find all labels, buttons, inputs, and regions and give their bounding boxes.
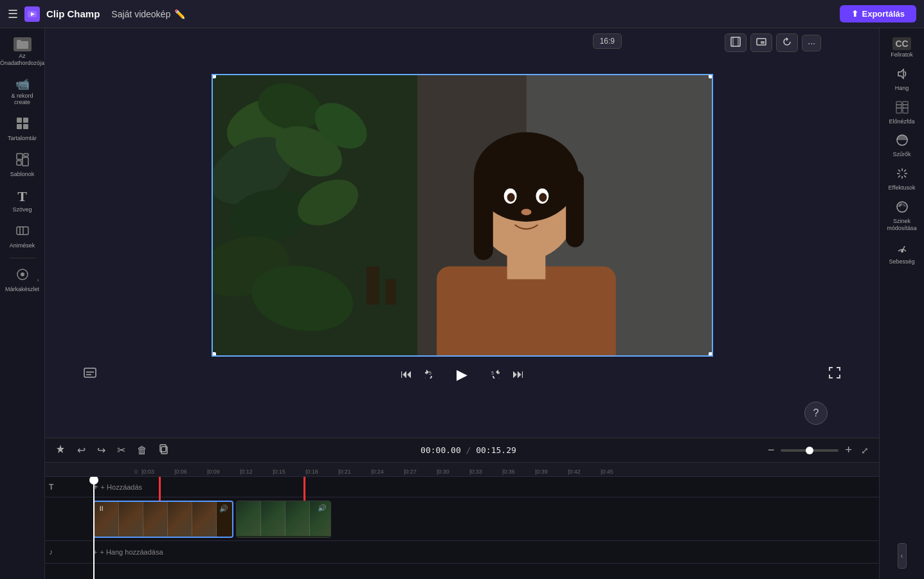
pip-button[interactable] xyxy=(750,33,772,52)
rewind5-button[interactable]: 5 xyxy=(425,367,438,382)
record-label: & rekordcreate xyxy=(11,93,33,107)
playhead[interactable] xyxy=(93,477,95,579)
ruler-mark: |0:36 xyxy=(502,468,535,475)
svg-marker-53 xyxy=(496,370,498,375)
media-label: Az Önadathordozója xyxy=(0,53,44,67)
aspect-ratio-button[interactable]: 16:9 xyxy=(593,33,622,49)
copy-btn[interactable] xyxy=(156,443,172,458)
clip2-vol-icon: 🔊 xyxy=(318,504,327,512)
svg-point-14 xyxy=(21,272,24,276)
text-track-T: T xyxy=(49,483,53,492)
speed-icon xyxy=(896,241,909,257)
thumb-1b xyxy=(119,502,143,537)
cut-btn[interactable]: ✂ xyxy=(114,443,128,458)
forward5-button[interactable]: 5 xyxy=(487,367,500,382)
zoom-slider[interactable] xyxy=(781,449,838,452)
corner-handle-tr[interactable] xyxy=(709,74,713,78)
crop-button[interactable] xyxy=(725,33,747,52)
export-button[interactable]: ⬆ Exportálás xyxy=(840,5,916,22)
video-track-content[interactable]: ⏸ 🔊 🔊 xyxy=(93,499,879,539)
svg-point-47 xyxy=(521,209,531,215)
skip-forward-button[interactable]: ⏭ xyxy=(512,368,524,381)
text-icon: T xyxy=(17,188,27,205)
ruler-mark: |0:30 xyxy=(437,468,469,475)
sidebar-item-templates[interactable]: Sablonok xyxy=(3,148,42,182)
right-item-effects[interactable]: Effektusok xyxy=(882,163,923,195)
svg-point-74 xyxy=(897,202,907,212)
zoom-in-btn[interactable]: + xyxy=(842,442,855,458)
effects-icon xyxy=(896,167,909,183)
ruler-mark: |0:42 xyxy=(568,468,601,475)
transitions-label: Előnézfda xyxy=(889,118,914,125)
thumb-2a xyxy=(237,501,261,536)
filters-icon xyxy=(896,134,909,150)
playback-bar: ⏮ 5 ▶ 5 ⏭ xyxy=(58,357,866,393)
text-track-content[interactable]: + + Hozzáadás xyxy=(93,477,879,497)
right-item-captions[interactable]: CC Feliratok xyxy=(882,33,923,62)
hamburger-icon[interactable]: ☰ xyxy=(8,7,18,21)
text-track-label: T xyxy=(45,483,93,492)
svg-point-46 xyxy=(539,193,547,202)
redo-btn[interactable]: ↪ xyxy=(95,443,108,458)
svg-marker-58 xyxy=(898,69,903,78)
topbar-left: ☰ Clip Champ Saját videokép ✏️ xyxy=(8,6,840,22)
corner-handle-bl[interactable] xyxy=(212,352,216,357)
left-sidebar: Az Önadathordozója 📹 & rekordcreate Tart… xyxy=(0,28,45,579)
undo-btn[interactable]: ↩ xyxy=(75,443,88,458)
svg-rect-10 xyxy=(17,227,28,235)
video-preview-container: ··· 16:9 xyxy=(45,28,879,438)
audio-label: Hang xyxy=(895,85,909,92)
right-item-transitions[interactable]: Előnézfda xyxy=(882,97,923,129)
svg-text:5: 5 xyxy=(491,371,494,375)
right-item-color[interactable]: Szinek módosítása xyxy=(882,197,923,236)
record-icon: 📹 xyxy=(15,77,30,91)
zoom-controls: − + ⤢ xyxy=(765,442,871,458)
collapse-handle[interactable]: ‹ xyxy=(898,538,907,574)
video-clip-2[interactable]: 🔊 xyxy=(236,501,331,538)
ruler-mark: |0:18 xyxy=(305,468,338,475)
svg-text:5: 5 xyxy=(429,371,431,375)
upload-icon: ⬆ xyxy=(851,9,858,19)
video-clip-1[interactable]: ⏸ 🔊 xyxy=(93,501,233,538)
corner-handle-br[interactable] xyxy=(709,352,713,357)
sidebar-divider xyxy=(10,258,35,258)
play-button[interactable]: ▶ xyxy=(451,363,474,386)
more-button[interactable]: ··· xyxy=(802,35,821,51)
svg-rect-33 xyxy=(385,279,395,305)
skip-back-button[interactable]: ⏮ xyxy=(401,368,412,381)
svg-rect-6 xyxy=(17,154,23,159)
subtitle-toggle-button[interactable] xyxy=(84,368,96,381)
ruler-mark: |0:15 xyxy=(273,468,305,475)
video-top-right-tools: ··· xyxy=(725,33,821,52)
zoom-out-btn[interactable]: − xyxy=(765,442,777,458)
sidebar-item-media[interactable]: Az Önadathordozója xyxy=(3,33,42,71)
right-item-speed[interactable]: Sebesség xyxy=(882,237,923,269)
right-item-filters[interactable]: Szűrők xyxy=(882,130,923,162)
help-button[interactable]: ? xyxy=(804,402,828,425)
filters-label: Szűrők xyxy=(892,151,910,158)
delete-btn[interactable]: 🗑 xyxy=(134,443,150,458)
sidebar-item-content[interactable]: Tartalomtár xyxy=(3,112,42,146)
sidebar-item-record[interactable]: 📹 & rekordcreate xyxy=(3,73,42,111)
brand-icon xyxy=(15,267,30,285)
svg-rect-59 xyxy=(896,102,901,113)
audio-track-content[interactable]: + + Hang hozzáadása xyxy=(93,541,879,563)
ruler-mark: |0:06 xyxy=(174,468,207,475)
corner-handle-tl[interactable] xyxy=(212,74,216,78)
magic-btn[interactable] xyxy=(53,443,68,458)
content-icon xyxy=(15,116,30,134)
fit-btn[interactable]: ⤢ xyxy=(858,444,871,457)
svg-rect-3 xyxy=(23,118,28,123)
sidebar-item-brand[interactable]: Márkakészlet › xyxy=(3,263,42,297)
svg-rect-5 xyxy=(23,124,28,129)
audio-icon xyxy=(896,67,909,84)
svg-line-73 xyxy=(898,175,900,177)
ruler-mark: |0:03 xyxy=(141,468,174,475)
sidebar-item-text[interactable]: T Szöveg xyxy=(3,184,42,217)
fullscreen-button[interactable] xyxy=(829,367,840,382)
rotate-button[interactable] xyxy=(776,33,798,52)
sidebar-item-animations[interactable]: Animések xyxy=(3,220,42,253)
project-title[interactable]: Saját videokép ✏️ xyxy=(111,9,185,19)
svg-marker-20 xyxy=(786,37,788,41)
right-item-audio[interactable]: Hang xyxy=(882,64,923,96)
